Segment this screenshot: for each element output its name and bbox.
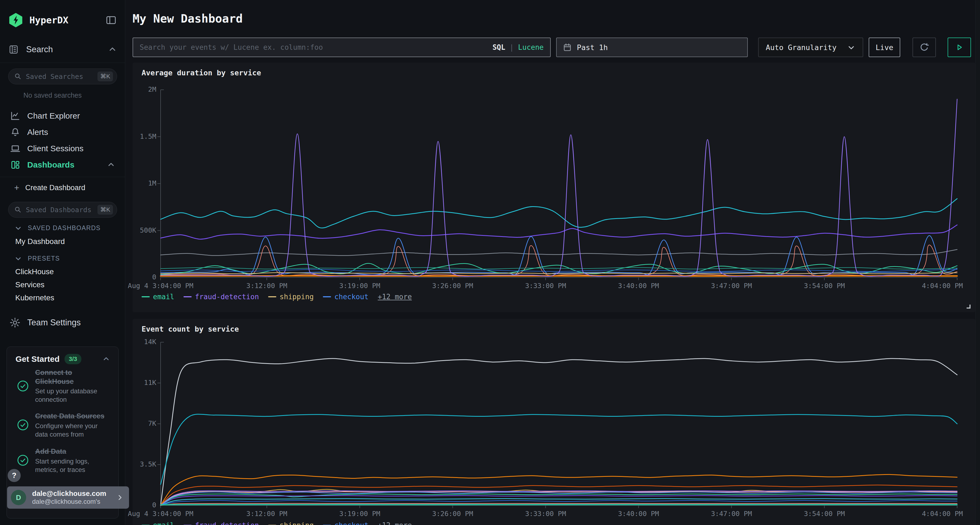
user-email: dale@clickhouse.com <box>32 489 116 498</box>
legend-item-fraud-detection[interactable]: fraud-detection <box>183 521 259 525</box>
chevron-down-icon <box>14 254 22 262</box>
x-axis-tick-label: 3:47:00 PM <box>711 510 752 518</box>
legend-item-fraud-detection[interactable]: fraud-detection <box>183 293 259 301</box>
check-circle-icon <box>17 419 29 431</box>
chart-panel-event-count: Event count by service 03.5K7K11K14KAug … <box>132 319 975 525</box>
search-section-icon <box>8 44 19 55</box>
sidebar-item-team-settings[interactable]: Team Settings <box>0 315 125 330</box>
legend-swatch <box>268 296 276 297</box>
legend-item-checkout[interactable]: checkout <box>323 521 368 525</box>
legend-label: email <box>153 521 174 525</box>
x-axis-tick-label: 3:54:00 PM <box>804 510 845 518</box>
series-line <box>161 249 957 255</box>
sidebar-item-my-dashboard[interactable]: My Dashboard <box>0 235 125 248</box>
refresh-icon <box>919 42 929 52</box>
legend-item-shipping[interactable]: shipping <box>268 293 313 301</box>
chevron-up-icon[interactable] <box>102 355 110 363</box>
main-content: My New Dashboard SQL | Lucene Past 1h Au… <box>126 0 980 525</box>
x-axis-tick-label: 4:04:00 PM <box>922 282 963 290</box>
play-icon <box>955 43 964 52</box>
series-line-fraud-detection <box>161 99 957 277</box>
chart-legend: emailfraud-detectionshippingcheckout+12 … <box>142 521 412 525</box>
sidebar-item-dashboards[interactable]: Dashboards <box>0 157 125 173</box>
chevron-up-icon <box>107 160 115 169</box>
x-axis-tick-label: 3:26:00 PM <box>432 282 473 290</box>
brand-name: HyperDX <box>29 15 68 25</box>
event-search-input[interactable] <box>140 43 492 51</box>
saved-dashboards-input[interactable] <box>26 206 97 214</box>
x-axis-tick-label: 3:33:00 PM <box>525 282 566 290</box>
live-button[interactable]: Live <box>869 38 900 57</box>
refresh-button[interactable] <box>913 38 936 57</box>
resize-handle-icon[interactable] <box>966 304 971 309</box>
sql-toggle[interactable]: SQL <box>492 43 505 51</box>
chevron-down-icon <box>14 224 22 232</box>
search-icon <box>14 72 22 81</box>
legend-more-link[interactable]: +12 more <box>378 521 412 525</box>
saved-searches-input[interactable] <box>26 73 97 81</box>
x-axis-tick-label: Aug 4 3:04:00 PM <box>128 510 194 518</box>
search-icon <box>14 206 22 214</box>
run-query-button[interactable] <box>948 38 971 57</box>
chart-canvas <box>161 90 957 278</box>
chevron-right-icon <box>116 493 124 501</box>
check-circle-icon <box>17 454 29 466</box>
chart-panel-avg-duration: Average duration by service 0500K1M1.5M2… <box>132 63 975 312</box>
chart-plot: 0500K1M1.5M2MAug 4 3:04:00 PM3:12:00 PM3… <box>132 63 975 312</box>
page-title: My New Dashboard <box>132 12 243 25</box>
query-language-toggle[interactable]: SQL | Lucene <box>492 43 544 51</box>
get-started-item-connect[interactable]: Connect to ClickHouse Set up your databa… <box>17 368 109 404</box>
legend-label: shipping <box>280 293 313 301</box>
legend-item-shipping[interactable]: shipping <box>268 521 313 525</box>
chevron-up-icon <box>108 45 117 54</box>
sidebar-collapse-icon[interactable] <box>105 14 117 26</box>
time-range-picker[interactable]: Past 1h <box>556 38 748 57</box>
event-search-box[interactable]: SQL | Lucene <box>132 38 551 57</box>
x-axis-tick-label: 3:26:00 PM <box>432 510 473 518</box>
saved-dashboards-search[interactable]: ⌘K <box>8 202 117 217</box>
get-started-item-add-data[interactable]: Add Data Start sending logs, metrics, or… <box>17 447 109 474</box>
group-presets[interactable]: PRESETS <box>0 252 125 265</box>
legend-item-email[interactable]: email <box>142 521 174 525</box>
sidebar-section-search[interactable]: Search <box>0 41 125 58</box>
laptop-icon <box>10 143 21 154</box>
x-axis-tick-label: Aug 4 3:04:00 PM <box>128 282 194 290</box>
get-started-item-sources[interactable]: Create Data Sources Configure where your… <box>17 412 109 438</box>
legend-item-email[interactable]: email <box>142 293 174 301</box>
granularity-select[interactable]: Auto Granularity <box>758 38 863 57</box>
scrollbar[interactable] <box>975 0 980 525</box>
series-line <box>161 269 957 271</box>
help-button[interactable]: ? <box>8 469 21 482</box>
check-circle-icon <box>17 380 29 392</box>
series-line <box>161 414 957 484</box>
y-axis-tick-label: 1.5M <box>98 132 156 140</box>
saved-searches-search[interactable]: ⌘K <box>8 68 117 84</box>
y-axis-tick-label: 14K <box>98 338 156 346</box>
chart-canvas <box>161 342 957 505</box>
avatar: D <box>11 490 26 505</box>
legend-item-checkout[interactable]: checkout <box>323 293 368 301</box>
lucene-toggle[interactable]: Lucene <box>518 43 544 51</box>
time-range-value: Past 1h <box>577 43 608 52</box>
bell-icon <box>10 127 21 138</box>
chart-line-icon <box>10 111 21 121</box>
x-axis-tick-label: 3:12:00 PM <box>247 282 288 290</box>
shortcut-badge: ⌘K <box>97 205 113 215</box>
legend-label: fraud-detection <box>195 293 259 301</box>
x-axis-tick-label: 3:19:00 PM <box>339 510 380 518</box>
user-subtitle: dale@clickhouse.com's <box>32 498 116 506</box>
sidebar-item-client-sessions[interactable]: Client Sessions <box>0 141 125 156</box>
x-axis-tick-label: 3:19:00 PM <box>339 282 380 290</box>
sidebar-item-kubernetes[interactable]: Kubernetes <box>0 292 125 304</box>
gear-icon <box>9 317 21 328</box>
x-axis-tick-label: 3:40:00 PM <box>618 510 659 518</box>
y-axis-tick-label: 11K <box>98 379 156 387</box>
sidebar-item-chart-explorer[interactable]: Chart Explorer <box>0 108 125 124</box>
legend-label: shipping <box>280 521 313 525</box>
legend-more-link[interactable]: +12 more <box>378 293 412 301</box>
get-started-title: Get Started <box>16 354 60 364</box>
legend-label: fraud-detection <box>195 521 259 525</box>
x-axis-tick-label: 3:33:00 PM <box>525 510 566 518</box>
x-axis-tick-label: 3:47:00 PM <box>711 282 752 290</box>
user-menu[interactable]: D dale@clickhouse.com dale@clickhouse.co… <box>7 486 129 509</box>
